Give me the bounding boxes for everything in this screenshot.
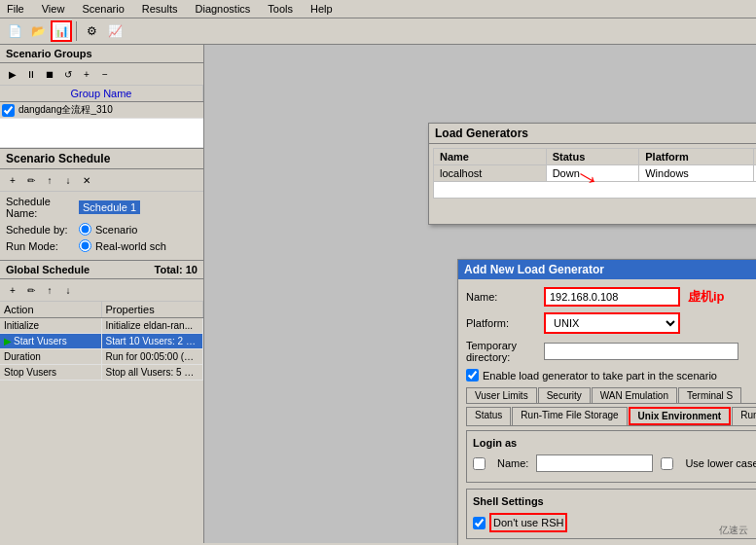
play-icon: ▶	[4, 336, 12, 346]
load-gen-col-name: Name	[434, 149, 547, 165]
global-row-stop-vusers[interactable]: Stop Vusers Stop all Vusers: 5 eve	[0, 365, 203, 381]
menu-results[interactable]: Results	[139, 2, 181, 16]
schedule-by-scenario-radio[interactable]	[79, 223, 91, 236]
empty-group-row	[0, 119, 203, 148]
dont-use-rsh-checkbox[interactable]	[473, 517, 486, 529]
shell-settings-title: Shell Settings	[473, 495, 756, 507]
open-button[interactable]: 📂	[27, 20, 49, 42]
global-props-stop-vusers: Stop all Vusers: 5 eve	[102, 365, 204, 380]
run-mode-realworld-radio[interactable]	[79, 239, 91, 252]
schedule-by-radio-group: Scenario	[79, 223, 137, 236]
platform-label: Platform:	[466, 317, 544, 329]
separator-1	[76, 21, 77, 41]
global-edit-button[interactable]: ✏	[22, 281, 40, 299]
tab-status[interactable]: Status	[466, 407, 511, 425]
global-row-duration[interactable]: Duration Run for 00:05:00 (HH:M	[0, 349, 203, 365]
schedule-down-button[interactable]: ↓	[59, 171, 77, 189]
add-gen-tabs: Vuser Limits Security WAN Emulation Term…	[466, 387, 756, 404]
login-name-checkbox[interactable]	[473, 457, 486, 470]
right-area: Load Generators ✕ Name Status Platform D…	[204, 45, 756, 543]
name-row: Name: 虚机ip	[466, 287, 756, 307]
load-gen-cell-status: Down	[546, 165, 639, 182]
reset-button[interactable]: ↺	[59, 65, 77, 83]
temp-dir-input[interactable]	[544, 343, 738, 360]
schedule-name-row: Schedule Name: Schedule 1	[6, 196, 198, 219]
menu-bar: File View Scenario Results Diagnostics T…	[0, 0, 756, 18]
load-gen-cell-name: localhost	[434, 165, 547, 182]
schedule-form: Schedule Name: Schedule 1 Schedule by: S…	[0, 192, 203, 260]
global-add-button[interactable]: +	[4, 281, 21, 299]
menu-file[interactable]: File	[4, 2, 27, 16]
menu-tools[interactable]: Tools	[265, 2, 296, 16]
tab-runtime-file-storage[interactable]: Run-Time File Storage	[512, 407, 627, 425]
remove-scenario-button[interactable]: −	[96, 65, 114, 83]
schedule-by-scenario-label: Scenario	[95, 224, 137, 236]
groups-toolbar: ▶ ⏸ ⏹ ↺ + −	[0, 63, 203, 86]
load-gen-content: Name Status Platform Details localhost D…	[429, 144, 756, 224]
global-action-initialize: Initialize	[0, 318, 102, 333]
use-lowercase-label: Use lower case for login name	[685, 457, 756, 469]
scenario-button[interactable]: 📊	[51, 20, 72, 42]
name-label: Name:	[466, 291, 544, 303]
new-button[interactable]: 📄	[4, 20, 25, 42]
load-gen-title: Load Generators	[435, 127, 528, 140]
add-gen-title-text: Add New Load Generator	[464, 263, 604, 276]
platform-select[interactable]: UNIX Windows Linux	[544, 312, 680, 334]
scenario-groups-title: Scenario Groups	[0, 45, 203, 63]
menu-help[interactable]: Help	[307, 2, 336, 16]
groups-table-header: Group Name	[0, 86, 203, 102]
run-mode-label: Run Mode:	[6, 240, 79, 252]
global-schedule-title: Global Schedule	[6, 264, 90, 275]
schedule-edit-button[interactable]: ✏	[22, 171, 40, 189]
global-toolbar: + ✏ ↑ ↓	[0, 279, 203, 302]
login-as-section: Login as Name: Use lower case for login …	[466, 430, 756, 483]
schedule-name-label: Schedule Name:	[6, 196, 79, 219]
enable-checkbox[interactable]	[466, 369, 479, 382]
load-gen-row-localhost[interactable]: localhost Down Windows	[434, 165, 757, 182]
menu-diagnostics[interactable]: Diagnostics	[193, 2, 254, 16]
stop-all-button[interactable]: ⏸	[22, 65, 40, 83]
stop-button[interactable]: ⏹	[41, 65, 58, 83]
tab-wan-emulation[interactable]: WAN Emulation	[592, 387, 677, 403]
tab-run-tim[interactable]: Run-Tim	[732, 407, 756, 425]
tab-terminal-s[interactable]: Terminal S	[678, 387, 741, 403]
global-up-button[interactable]: ↑	[41, 281, 58, 299]
groups-col-name: Group Name	[0, 86, 203, 101]
scenario-schedule-title: Scenario Schedule	[0, 149, 203, 169]
run-mode-row: Run Mode: Real-world sch	[6, 239, 198, 252]
menu-scenario[interactable]: Scenario	[79, 2, 126, 16]
load-gen-cell-platform: Windows	[639, 165, 754, 182]
chart-button[interactable]: 📈	[104, 20, 126, 42]
schedule-up-button[interactable]: ↑	[41, 171, 58, 189]
global-col-action: Action	[0, 302, 102, 317]
left-panel: Scenario Groups ▶ ⏸ ⏹ ↺ + − Group Name d…	[0, 45, 204, 543]
temp-dir-row: Temporary directory:	[466, 340, 756, 363]
platform-row: Platform: UNIX Windows Linux	[466, 312, 756, 334]
settings-button[interactable]: ⚙	[81, 20, 102, 42]
play-all-button[interactable]: ▶	[4, 65, 21, 83]
run-mode-radio-group: Real-world sch	[79, 239, 166, 252]
global-schedule-table: Initialize Initialize eldan-ran... ▶Star…	[0, 318, 203, 381]
run-mode-realworld-label: Real-world sch	[95, 240, 166, 252]
schedule-add-button[interactable]: +	[4, 171, 21, 189]
enable-label: Enable load generator to take part in th…	[483, 370, 717, 382]
load-generators-dialog: Load Generators ✕ Name Status Platform D…	[428, 123, 756, 225]
group-row-1[interactable]: dangdang全流程_310	[0, 102, 203, 119]
tab-security[interactable]: Security	[538, 387, 591, 403]
global-down-button[interactable]: ↓	[59, 281, 77, 299]
schedule-delete-button[interactable]: ✕	[78, 171, 95, 189]
menu-view[interactable]: View	[39, 2, 68, 16]
use-lowercase-checkbox[interactable]	[661, 457, 673, 470]
name-input[interactable]	[544, 287, 680, 307]
add-gen-title-bar: Add New Load Generator ✕	[458, 260, 756, 279]
global-row-start-vusers[interactable]: ▶Start Vusers Start 10 Vusers: 2 eve	[0, 334, 203, 349]
tab-vuser-limits[interactable]: Vuser Limits	[466, 387, 537, 403]
add-scenario-button[interactable]: +	[78, 65, 95, 83]
global-row-initialize[interactable]: Initialize Initialize eldan-ran...	[0, 318, 203, 334]
tab-unix-environment[interactable]: Unix Environment	[629, 407, 732, 425]
global-props-initialize: Initialize eldan-ran...	[102, 318, 204, 333]
global-col-properties: Properties	[102, 302, 204, 317]
schedule-by-row: Schedule by: Scenario	[6, 223, 198, 236]
group-checkbox-1[interactable]	[2, 104, 15, 117]
login-name-input[interactable]	[536, 454, 653, 472]
